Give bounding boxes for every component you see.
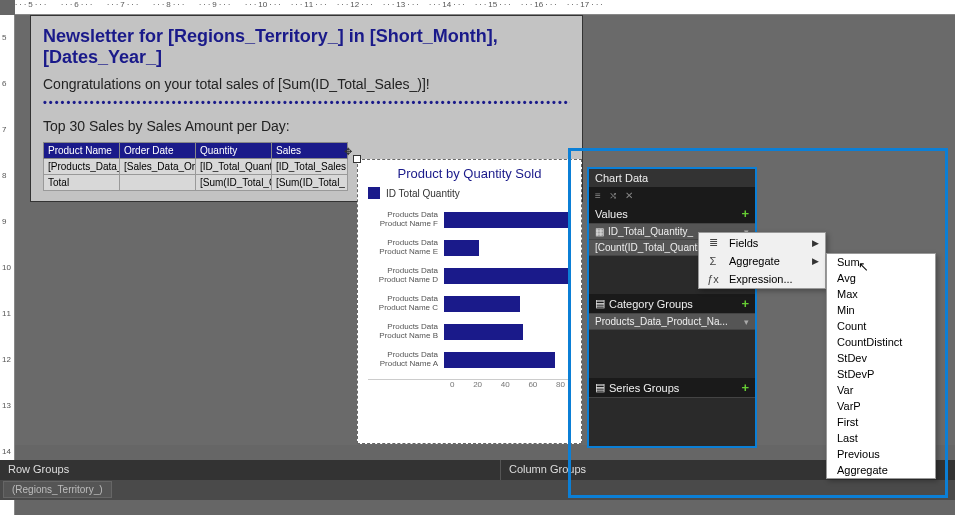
- ruler-vertical: 567891011121314: [0, 15, 15, 515]
- series-groups-header[interactable]: ▤Series Groups +: [589, 378, 755, 398]
- table-header[interactable]: Quantity: [196, 143, 272, 159]
- table-row[interactable]: [Products_Data_[Sales_Data_Ord[ID_Total_…: [44, 159, 348, 175]
- bar-category-label: Products Data Product Name E: [368, 239, 444, 257]
- chart-bar[interactable]: Products Data Product Name C: [368, 295, 571, 313]
- bar-category-label: Products Data Product Name F: [368, 211, 444, 229]
- table-header[interactable]: Product Name: [44, 143, 120, 159]
- newsletter-title[interactable]: Newsletter for [Regions_Territory_] in […: [43, 26, 570, 68]
- legend-swatch: [368, 187, 380, 199]
- add-category-icon[interactable]: +: [741, 296, 749, 311]
- chart-bar[interactable]: Products Data Product Name A: [368, 351, 571, 369]
- chart-data-header[interactable]: Chart Data: [589, 169, 755, 187]
- bar-category-label: Products Data Product Name C: [368, 295, 444, 313]
- values-label: Values: [595, 208, 628, 220]
- groups-bar: Row Groups Column Groups: [0, 460, 955, 480]
- series-groups-label: Series Groups: [609, 382, 679, 394]
- category-groups-label: Category Groups: [609, 298, 693, 310]
- aggregate-option-stdev[interactable]: StDev: [827, 350, 935, 366]
- row-groups-strip[interactable]: (Regions_Territory_): [0, 480, 955, 500]
- chart-bar[interactable]: Products Data Product Name E: [368, 239, 571, 257]
- aggregate-icon: Σ: [705, 255, 721, 267]
- ruler-horizontal: · · · 5 · · ·· · · 6 · · ·· · · 7 · · ··…: [15, 0, 955, 15]
- aggregate-option-first[interactable]: First: [827, 414, 935, 430]
- legend-label: ID Total Quantity: [386, 188, 460, 199]
- aggregate-option-countdistinct[interactable]: CountDistinct: [827, 334, 935, 350]
- design-canvas[interactable]: Newsletter for [Regions_Territory_] in […: [15, 15, 955, 445]
- chart-title[interactable]: Product by Quantity Sold: [358, 160, 581, 183]
- aggregate-option-previous[interactable]: Previous: [827, 446, 935, 462]
- chart-data-panel[interactable]: Chart Data ≡ ⤭ ✕ Values + ▦ID_Total_Quan…: [587, 167, 757, 448]
- table-row[interactable]: Total[Sum(ID_Total_Q[Sum(ID_Total_: [44, 175, 348, 191]
- row-groups-label[interactable]: Row Groups: [0, 460, 500, 480]
- chart-data-toolbar[interactable]: ≡ ⤭ ✕: [589, 187, 755, 204]
- aggregate-option-max[interactable]: Max: [827, 286, 935, 302]
- delete-icon[interactable]: ✕: [625, 190, 633, 201]
- chart-plot-area[interactable]: Products Data Product Name FProducts Dat…: [358, 203, 581, 389]
- swap-icon[interactable]: ⤭: [609, 190, 617, 201]
- bar-category-label: Products Data Product Name A: [368, 351, 444, 369]
- column-groups-label[interactable]: Column Groups: [500, 460, 594, 480]
- field-context-menu[interactable]: ≣Fields▶ΣAggregate▶ƒxExpression...: [698, 232, 826, 289]
- submenu-arrow-icon: ▶: [812, 256, 819, 266]
- field-icon: ▦: [595, 226, 604, 237]
- collapse-icon[interactable]: ≡: [595, 190, 601, 201]
- fields-icon: ≣: [705, 236, 721, 249]
- congrats-text[interactable]: Congratulations on your total sales of […: [43, 76, 570, 92]
- chart-bar[interactable]: Products Data Product Name D: [368, 267, 571, 285]
- chart-legend: ID Total Quantity: [358, 183, 581, 203]
- dropdown-arrow-icon[interactable]: ▾: [744, 317, 749, 327]
- resize-handle[interactable]: [353, 155, 361, 163]
- menu-item-aggregate[interactable]: ΣAggregate▶: [699, 252, 825, 270]
- group-icon: ▤: [595, 381, 605, 394]
- separator-dots: ••••••••••••••••••••••••••••••••••••••••…: [43, 96, 570, 108]
- aggregate-option-stdevp[interactable]: StDevP: [827, 366, 935, 382]
- aggregate-option-min[interactable]: Min: [827, 302, 935, 318]
- add-value-icon[interactable]: +: [741, 206, 749, 221]
- expression...-icon: ƒx: [705, 273, 721, 285]
- aggregate-option-sum[interactable]: Sum: [827, 254, 935, 270]
- aggregate-option-var[interactable]: Var: [827, 382, 935, 398]
- bar-category-label: Products Data Product Name B: [368, 323, 444, 341]
- menu-item-expression-[interactable]: ƒxExpression...: [699, 270, 825, 288]
- submenu-arrow-icon: ▶: [812, 238, 819, 248]
- chart-bar[interactable]: Products Data Product Name F: [368, 211, 571, 229]
- row-group-item[interactable]: (Regions_Territory_): [3, 481, 112, 498]
- table-header[interactable]: Sales: [272, 143, 348, 159]
- chart-region[interactable]: ✥ Product by Quantity Sold ID Total Quan…: [357, 159, 582, 444]
- column-groups-text: Column Groups: [509, 463, 586, 475]
- chart-x-axis: 020406080: [368, 379, 571, 389]
- aggregate-option-avg[interactable]: Avg: [827, 270, 935, 286]
- add-series-icon[interactable]: +: [741, 380, 749, 395]
- aggregate-option-last[interactable]: Last: [827, 430, 935, 446]
- group-icon: ▤: [595, 297, 605, 310]
- aggregate-option-varp[interactable]: VarP: [827, 398, 935, 414]
- table-header[interactable]: Order Date: [120, 143, 196, 159]
- category-groups-header[interactable]: ▤Category Groups +: [589, 294, 755, 314]
- sales-table[interactable]: Product NameOrder DateQuantitySales [Pro…: [43, 142, 348, 191]
- values-section-header[interactable]: Values +: [589, 204, 755, 224]
- aggregate-option-count[interactable]: Count: [827, 318, 935, 334]
- bar-category-label: Products Data Product Name D: [368, 267, 444, 285]
- section-heading[interactable]: Top 30 Sales by Sales Amount per Day:: [43, 118, 570, 134]
- aggregate-submenu[interactable]: SumAvgMaxMinCountCountDistinctStDevStDev…: [826, 253, 936, 479]
- category-field-1[interactable]: Products_Data_Product_Na...▾: [589, 314, 755, 330]
- chart-bar[interactable]: Products Data Product Name B: [368, 323, 571, 341]
- menu-item-fields[interactable]: ≣Fields▶: [699, 233, 825, 252]
- aggregate-option-aggregate[interactable]: Aggregate: [827, 462, 935, 478]
